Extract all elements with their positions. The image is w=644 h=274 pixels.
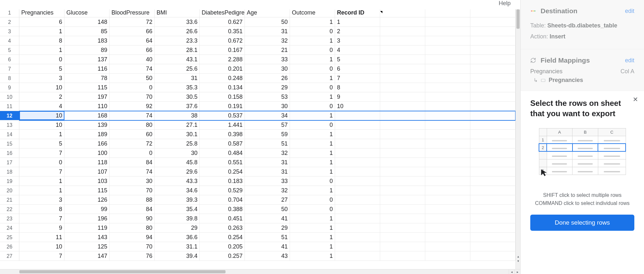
cell[interactable]: 0.484 (200, 148, 245, 157)
cell[interactable]: 72 (110, 17, 155, 26)
cell[interactable]: 31 (245, 167, 290, 176)
cell[interactable]: 7 (19, 214, 64, 223)
cell[interactable]: 0.167 (200, 46, 245, 55)
cell[interactable]: 0.704 (200, 195, 245, 204)
scroll-up-button[interactable]: ▴ (516, 254, 520, 259)
cell[interactable] (335, 251, 380, 260)
cell[interactable]: 30 (155, 148, 200, 157)
cell[interactable]: 6 (19, 17, 64, 26)
cell[interactable] (335, 242, 380, 251)
cell[interactable]: 7 (19, 251, 64, 260)
table-row[interactable]: 71077429.60.254311 (19, 167, 515, 177)
cell[interactable] (425, 102, 470, 111)
cell[interactable] (470, 102, 515, 111)
cell[interactable]: 70 (110, 186, 155, 195)
table-row[interactable]: 11157034.60.529321 (19, 186, 515, 195)
done-selecting-button[interactable]: Done selecting rows (530, 215, 634, 231)
cell[interactable]: 115 (64, 186, 110, 195)
row-header[interactable]: 10 (0, 92, 19, 102)
row-header[interactable]: 16 (0, 148, 19, 158)
cell[interactable] (380, 130, 425, 139)
row-header[interactable]: 13 (0, 120, 19, 130)
table-row[interactable]: 101257031.10.205411 (19, 242, 515, 251)
cell[interactable]: 1 (290, 158, 335, 167)
cell[interactable] (380, 233, 425, 242)
cell[interactable]: 39.3 (155, 195, 200, 204)
cell[interactable]: 36.6 (155, 233, 200, 242)
table-row[interactable]: 51667225.80.587511 (19, 139, 515, 148)
cell[interactable]: 0.201 (200, 64, 245, 73)
cell[interactable]: 1.441 (200, 120, 245, 129)
cell[interactable]: 33 (245, 55, 290, 64)
cell[interactable]: 0.205 (200, 242, 245, 251)
cell[interactable]: 0.627 (200, 17, 245, 26)
cell[interactable] (425, 186, 470, 195)
cell[interactable]: 80 (110, 120, 155, 129)
cell[interactable]: 0.529 (200, 186, 245, 195)
table-row[interactable]: 1856626.60.3513102 (19, 27, 515, 36)
table-row[interactable]: 71477639.40.257431 (19, 251, 515, 261)
cell[interactable]: 0.263 (200, 223, 245, 232)
cell[interactable]: 70 (110, 242, 155, 251)
cell[interactable] (470, 148, 515, 157)
cell[interactable] (425, 158, 470, 167)
cell[interactable] (335, 195, 380, 204)
cell[interactable]: 29 (155, 223, 200, 232)
cell[interactable] (470, 205, 515, 214)
cell[interactable] (470, 83, 515, 92)
cell[interactable]: 6 (335, 64, 380, 73)
cell[interactable] (425, 74, 470, 83)
cell[interactable]: 34.6 (155, 186, 200, 195)
table-row[interactable]: 10115035.30.1342908 (19, 83, 515, 92)
cell[interactable] (380, 158, 425, 167)
cell[interactable]: Age (245, 8, 290, 17)
cell[interactable]: Pregnancies (19, 8, 64, 17)
cell[interactable]: 196 (64, 214, 110, 223)
cell[interactable] (470, 27, 515, 36)
cell[interactable]: 28.1 (155, 46, 200, 55)
cell[interactable] (380, 102, 425, 111)
table-row[interactable]: 101398027.11.441570 (19, 120, 515, 130)
cell[interactable]: 41 (245, 242, 290, 251)
cell[interactable]: 0 (19, 158, 64, 167)
cell[interactable] (380, 55, 425, 64)
cell[interactable]: 189 (64, 130, 110, 139)
cell[interactable] (335, 214, 380, 223)
cell[interactable]: BloodPressure (110, 8, 155, 17)
cell[interactable] (470, 55, 515, 64)
cell[interactable] (335, 111, 380, 120)
cell[interactable] (470, 36, 515, 45)
table-row[interactable]: 41109237.60.19130010 (19, 102, 515, 111)
cell[interactable]: 74 (110, 167, 155, 176)
cell[interactable] (335, 130, 380, 139)
cell[interactable]: 0.134 (200, 83, 245, 92)
cell[interactable] (335, 223, 380, 232)
cell[interactable]: 115 (64, 83, 110, 92)
cell[interactable]: 0 (19, 55, 64, 64)
cell[interactable] (425, 64, 470, 73)
cell[interactable]: 5 (19, 139, 64, 148)
cell[interactable]: 57 (245, 120, 290, 129)
cell[interactable] (425, 233, 470, 242)
cell[interactable] (335, 139, 380, 148)
cell[interactable]: 0 (110, 148, 155, 157)
cell[interactable]: 3 (19, 74, 64, 83)
cell[interactable] (380, 148, 425, 157)
cell[interactable] (425, 92, 470, 101)
cell[interactable] (470, 242, 515, 251)
table-row[interactable]: 11896030.10.398591 (19, 130, 515, 139)
table-row[interactable]: 71000300.484321 (19, 148, 515, 158)
cell[interactable] (425, 8, 470, 17)
cell[interactable] (380, 214, 425, 223)
vertical-scrollbar[interactable]: ▴ ▾ (515, 8, 520, 269)
row-header[interactable]: 26 (0, 242, 19, 251)
cell[interactable]: 9 (19, 223, 64, 232)
cell[interactable] (425, 55, 470, 64)
cell[interactable]: 4 (335, 46, 380, 55)
cell[interactable]: 32 (245, 148, 290, 157)
cell[interactable] (425, 177, 470, 186)
cell[interactable]: 0 (290, 120, 335, 129)
cell[interactable]: 1 (290, 111, 335, 120)
cell[interactable]: 94 (110, 233, 155, 242)
cell[interactable] (470, 139, 515, 148)
